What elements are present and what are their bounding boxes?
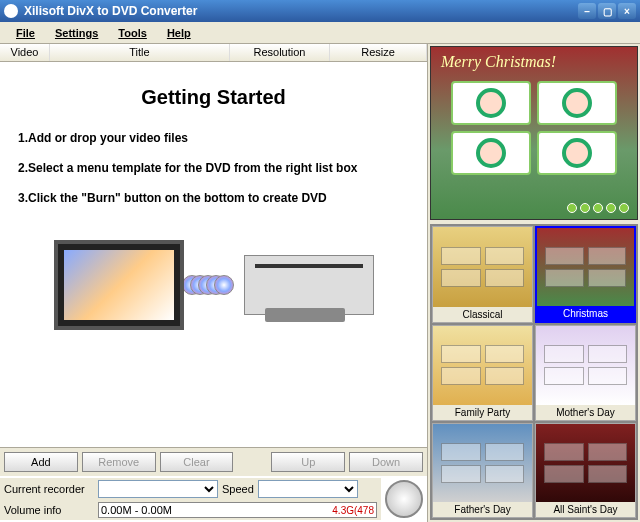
titlebar: Xilisoft DivX to DVD Converter – ▢ ×: [0, 0, 640, 22]
step-1: 1.Add or drop your video files: [18, 131, 409, 145]
col-title[interactable]: Title: [50, 44, 230, 61]
col-video[interactable]: Video: [0, 44, 50, 61]
menu-help[interactable]: Help: [157, 24, 201, 42]
template-mothers-day[interactable]: Mother's Day: [535, 325, 636, 420]
getting-started-title: Getting Started: [18, 86, 409, 109]
template-classical[interactable]: Classical: [432, 226, 533, 323]
volume-used: 0.00M - 0.00M: [101, 504, 172, 516]
current-recorder-select[interactable]: [98, 480, 218, 498]
illustration: [18, 225, 409, 345]
step-3: 3.Click the "Burn" button on the bottom …: [18, 191, 409, 205]
preview-slot: [451, 131, 531, 175]
step-2: 2.Select a menu template for the DVD fro…: [18, 161, 409, 175]
preview-nav-dots[interactable]: [567, 203, 629, 213]
dvd-player-icon: [244, 255, 374, 315]
preview-slot: [537, 131, 617, 175]
current-recorder-label: Current recorder: [4, 483, 94, 495]
minimize-button[interactable]: –: [578, 3, 596, 19]
app-icon: [4, 4, 18, 18]
col-resize[interactable]: Resize: [330, 44, 427, 61]
template-label: Father's Day: [433, 502, 532, 517]
menubar: File Settings Tools Help: [0, 22, 640, 44]
discs-icon: [194, 275, 234, 295]
template-preview: Merry Christmas!: [430, 46, 638, 220]
template-label: Family Party: [433, 405, 532, 420]
add-button[interactable]: Add: [4, 452, 78, 472]
volume-total: 4.3G(478: [332, 505, 374, 516]
template-label: Christmas: [537, 306, 634, 321]
close-button[interactable]: ×: [618, 3, 636, 19]
col-resolution[interactable]: Resolution: [230, 44, 330, 61]
template-christmas[interactable]: Christmas: [535, 226, 636, 323]
template-label: Classical: [433, 307, 532, 322]
menu-file[interactable]: File: [6, 24, 45, 42]
down-button[interactable]: Down: [349, 452, 423, 472]
speed-label: Speed: [222, 483, 254, 495]
up-button[interactable]: Up: [271, 452, 345, 472]
getting-started-panel: Getting Started 1.Add or drop your video…: [0, 62, 427, 447]
file-list-header: Video Title Resolution Resize: [0, 44, 427, 62]
template-fathers-day[interactable]: Father's Day: [432, 423, 533, 518]
volume-info-label: Volume info: [4, 504, 94, 516]
menu-tools[interactable]: Tools: [108, 24, 157, 42]
maximize-button[interactable]: ▢: [598, 3, 616, 19]
preview-slot: [537, 81, 617, 125]
preview-title: Merry Christmas!: [431, 47, 637, 77]
template-all-saints-day[interactable]: All Saint's Day: [535, 423, 636, 518]
remove-button[interactable]: Remove: [82, 452, 156, 472]
window-title: Xilisoft DivX to DVD Converter: [24, 4, 576, 18]
volume-bar: 0.00M - 0.00M 4.3G(478: [98, 502, 377, 518]
clear-button[interactable]: Clear: [160, 452, 234, 472]
menu-settings[interactable]: Settings: [45, 24, 108, 42]
template-label: All Saint's Day: [536, 502, 635, 517]
template-family-party[interactable]: Family Party: [432, 325, 533, 420]
template-label: Mother's Day: [536, 405, 635, 420]
speed-select[interactable]: [258, 480, 358, 498]
preview-slot: [451, 81, 531, 125]
burn-button[interactable]: [385, 480, 423, 518]
tv-icon: [54, 240, 184, 330]
